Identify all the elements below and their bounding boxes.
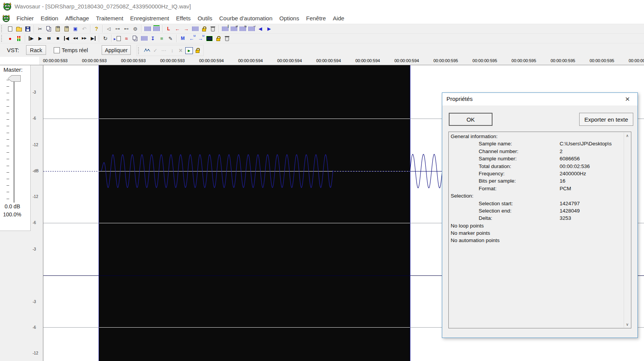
copy-button[interactable] xyxy=(44,25,53,33)
loop-marker-button[interactable]: L xyxy=(164,25,173,33)
menu-outils[interactable]: Outils xyxy=(194,15,216,21)
automation-points-icon: ⋯ xyxy=(161,48,166,53)
apply-button[interactable]: Appliquer xyxy=(102,45,131,55)
paste-special-button[interactable] xyxy=(62,25,71,33)
automation-play-button[interactable]: ▶ xyxy=(185,46,193,55)
menu-edition[interactable]: Edition xyxy=(37,15,62,21)
trim-to-selection-button[interactable]: ▣ xyxy=(71,25,80,33)
save-file-button[interactable] xyxy=(23,25,32,33)
menu-traitement[interactable]: Traitement xyxy=(92,15,127,21)
ruler-time-label: 00:00:00:595 xyxy=(433,58,458,63)
menu-fichier[interactable]: Fichier xyxy=(13,15,37,21)
loop-waveform-button[interactable] xyxy=(191,25,199,33)
batch-list-button[interactable]: ≡ xyxy=(157,34,166,43)
record-button[interactable]: ● xyxy=(6,34,15,43)
menu-affichage[interactable]: Affichage xyxy=(62,15,92,21)
waveform-select-button[interactable] xyxy=(143,25,152,33)
pencil-edit-button[interactable]: ✎ xyxy=(166,34,175,43)
volume-slider-track[interactable] xyxy=(13,78,15,203)
automation-delete-button[interactable]: × xyxy=(176,46,185,55)
scroll-down-icon[interactable]: ∨ xyxy=(624,321,631,328)
ruler-time-label: 00:00:00:595 xyxy=(590,58,614,63)
close-icon[interactable]: × xyxy=(619,93,636,105)
normalize-button[interactable]: ↧ xyxy=(148,34,157,43)
toolbar-grip[interactable] xyxy=(1,25,4,32)
dialog-title-bar[interactable]: Propriétés × xyxy=(442,93,637,105)
ruler-band[interactable]: 00:00:00:59300:00:00:59300:00:00:59300:0… xyxy=(39,57,644,65)
duplicate-file-button[interactable] xyxy=(131,34,140,43)
loop-playback-button[interactable]: ↻ xyxy=(101,34,110,43)
delete-loop-button[interactable] xyxy=(208,25,217,33)
open-file-button[interactable] xyxy=(15,25,23,33)
lock-loop-button[interactable] xyxy=(199,25,208,33)
previous-marker-button[interactable]: ←M xyxy=(187,34,196,43)
cut-button[interactable]: ✂ xyxy=(36,25,44,33)
options-wrench-button[interactable]: ⚙ xyxy=(131,25,140,33)
export-text-button[interactable]: Exporter en texte xyxy=(579,113,633,126)
toolbar-group xyxy=(6,25,32,33)
automation-apply-button[interactable]: ✓ xyxy=(151,46,160,55)
undo-button[interactable]: ↶ xyxy=(80,25,89,33)
delete-markers-button[interactable] xyxy=(222,34,231,43)
waveform-overlay-button[interactable] xyxy=(152,25,161,33)
time-ruler: 00:00:00:59300:00:00:59300:00:00:59300:0… xyxy=(0,57,644,65)
toolbar-grip[interactable] xyxy=(138,47,141,54)
property-label: No marker points xyxy=(451,230,490,236)
ruler-time-label: 00:00:00:593 xyxy=(160,58,184,63)
toolbar-grip[interactable] xyxy=(1,35,4,42)
menu-fen-tre[interactable]: Fenêtre xyxy=(303,15,329,21)
rack-button[interactable]: Rack xyxy=(26,45,46,55)
scroll-up-icon[interactable]: ∧ xyxy=(624,132,631,139)
menu-enregistrement[interactable]: Enregistrement xyxy=(127,15,173,21)
realtime-checkbox-label[interactable]: Temps réel xyxy=(62,47,88,53)
pause-button[interactable]: ▮▮ xyxy=(44,34,53,43)
go-to-start-button[interactable]: ◀ xyxy=(62,34,71,43)
zoom-fit-button[interactable]: ⊣ xyxy=(247,25,256,33)
zoom-cursor-button[interactable]: ┃ xyxy=(221,25,229,33)
play-from-cursor-button[interactable]: ▶ xyxy=(27,34,36,43)
property-row: Frequency:2400000Hz xyxy=(449,171,631,178)
fast-forward-button[interactable]: ▶▶ xyxy=(80,34,89,43)
menu-options[interactable]: Options xyxy=(276,15,303,21)
level-meter-button[interactable] xyxy=(15,34,23,43)
go-to-end-button[interactable]: ▶ xyxy=(89,34,97,43)
rewind-button[interactable]: ◀◀ xyxy=(71,34,80,43)
automation-curve-button[interactable] xyxy=(143,46,151,55)
properties-scrollbar[interactable]: ∧ ∨ xyxy=(624,132,631,328)
menu-courbe-d-automation[interactable]: Courbe d'automation xyxy=(216,15,276,21)
scroll-right-button[interactable]: ▶ xyxy=(265,25,273,33)
insert-playlist-button[interactable] xyxy=(113,34,122,43)
statistics-button[interactable]: ≈ xyxy=(122,34,131,43)
next-marker-button[interactable]: →M xyxy=(196,34,205,43)
realtime-checkbox[interactable] xyxy=(54,47,60,53)
automation-vertical-button[interactable]: ↕ xyxy=(168,46,176,55)
title-bar: Wavosaur - [SDRSharp_20180430_072508Z_43… xyxy=(0,0,644,13)
volume-slider-handle[interactable] xyxy=(8,75,21,82)
audio-settings-button[interactable]: ◁ xyxy=(104,25,113,33)
automation-apply-icon: ✓ xyxy=(153,48,158,53)
patch-output-button[interactable]: ⊷ xyxy=(122,25,131,33)
zoom-in-horizontal-button[interactable]: ⇆ xyxy=(238,25,247,33)
properties-list[interactable]: General information:Sample name:C:\Users… xyxy=(448,132,631,328)
marker-button[interactable]: M xyxy=(178,34,187,43)
play-button[interactable]: ▶ xyxy=(36,34,44,43)
patch-input-button[interactable]: ⊶ xyxy=(113,25,122,33)
loop-end-button[interactable]: → xyxy=(182,25,191,33)
lock-markers-button[interactable] xyxy=(214,34,222,43)
stop-button[interactable]: ■ xyxy=(53,34,62,43)
region-inverse-button[interactable] xyxy=(205,34,214,43)
zoom-out-horizontal-button[interactable]: ⇄ xyxy=(229,25,238,33)
waveform-tools-button[interactable] xyxy=(140,34,148,43)
paste-button[interactable] xyxy=(53,25,62,33)
menu-effets[interactable]: Effets xyxy=(173,15,194,21)
ok-button[interactable]: OK xyxy=(449,113,492,126)
automation-lock-button[interactable] xyxy=(193,46,202,55)
paste-icon xyxy=(56,26,60,31)
scroll-left-button[interactable]: ◀ xyxy=(256,25,265,33)
automation-points-button[interactable]: ⋯ xyxy=(160,46,168,55)
loop-start-button[interactable]: ← xyxy=(173,25,182,33)
help-button[interactable]: ? xyxy=(92,25,101,33)
property-label: No automation points xyxy=(451,237,500,243)
new-file-button[interactable] xyxy=(6,25,15,33)
menu-aide[interactable]: Aide xyxy=(329,15,348,21)
